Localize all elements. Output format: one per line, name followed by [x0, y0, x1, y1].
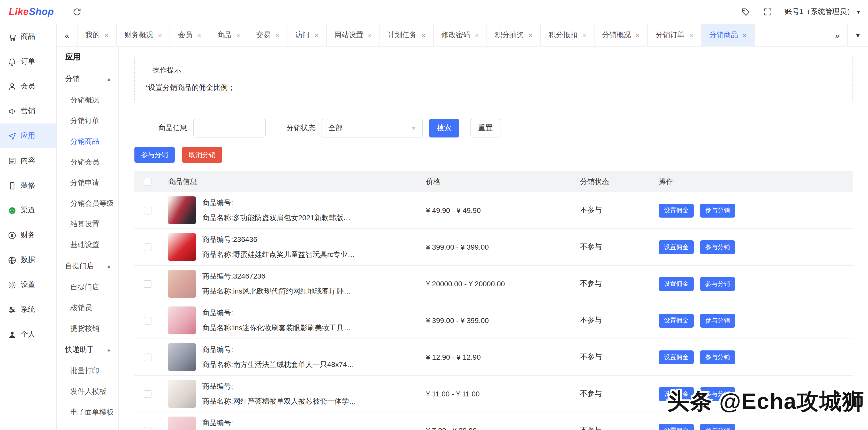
topbar-right: 账号1（系统管理员） ▾: [741, 7, 868, 17]
fullscreen-icon[interactable]: [763, 7, 772, 17]
set-commission-button[interactable]: 设置佣金: [659, 313, 694, 328]
tab-trade[interactable]: 交易×: [248, 24, 287, 46]
tab-change-password[interactable]: 修改密码×: [434, 24, 487, 46]
close-icon[interactable]: ×: [529, 32, 532, 38]
close-icon[interactable]: ×: [104, 32, 108, 38]
submenu-item-basic-settings[interactable]: 基础设置: [57, 235, 118, 255]
row-checkbox[interactable]: [144, 316, 152, 324]
cancel-distribution-button[interactable]: 取消分销: [182, 147, 222, 163]
sidebar-item-finance[interactable]: 财务: [0, 223, 56, 248]
tab-cron-tasks[interactable]: 计划任务×: [380, 24, 433, 46]
submenu-item-verifier[interactable]: 核销员: [57, 298, 118, 318]
tab-site-settings[interactable]: 网站设置×: [327, 24, 380, 46]
distribution-status-select[interactable]: 全部 ▼: [321, 119, 423, 137]
set-commission-button[interactable]: 设置佣金: [659, 350, 694, 364]
submenu-item-pickup-verify[interactable]: 提货核销: [57, 318, 118, 339]
submenu-item-member-level[interactable]: 分销会员等级: [57, 193, 118, 214]
submenu-group-express-helper[interactable]: 快递助手 ▲: [57, 339, 118, 361]
join-distribution-row-button[interactable]: 参与分销: [700, 424, 735, 430]
close-icon[interactable]: ×: [743, 32, 746, 38]
sidebar-item-member[interactable]: 会员: [0, 74, 56, 99]
close-icon[interactable]: ×: [158, 32, 162, 38]
set-commission-button[interactable]: 设置佣金: [659, 203, 694, 217]
submenu-item-batch-print[interactable]: 批量打印: [57, 361, 118, 381]
submenu-item-pickup-store[interactable]: 自提门店: [57, 277, 118, 298]
join-distribution-row-button[interactable]: 参与分销: [700, 203, 735, 217]
tabs-scroll-left-icon[interactable]: «: [57, 24, 78, 46]
join-distribution-row-button[interactable]: 参与分销: [700, 240, 735, 254]
submenu-item-settlement-settings[interactable]: 结算设置: [57, 214, 118, 235]
tab-distribution-orders[interactable]: 分销订单×: [648, 24, 701, 46]
submenu-item-distribution-orders[interactable]: 分销订单: [57, 111, 118, 131]
submenu-item-distribution-apply[interactable]: 分销申请: [57, 173, 118, 193]
sidebar-item-marketing[interactable]: 营销: [0, 99, 56, 124]
header-operation: 操作: [650, 177, 853, 186]
cart-icon: [8, 32, 17, 41]
row-checkbox[interactable]: [144, 427, 152, 430]
join-distribution-row-button[interactable]: 参与分销: [700, 313, 735, 328]
tab-goods[interactable]: 商品×: [209, 24, 248, 46]
logo-shop: Shop: [29, 6, 54, 17]
set-commission-button[interactable]: 设置佣金: [659, 240, 694, 254]
tab-distribution-overview[interactable]: 分销概况×: [594, 24, 648, 46]
submenu-item-esheet-template[interactable]: 电子面单模板: [57, 402, 118, 423]
tab-distribution-goods[interactable]: 分销商品×: [701, 24, 755, 46]
close-icon[interactable]: ×: [475, 32, 479, 38]
submenu-item-distribution-members[interactable]: 分销会员: [57, 152, 118, 173]
tab-points-lottery[interactable]: 积分抽奖×: [487, 24, 541, 46]
sidebar-item-channel[interactable]: 渠道: [0, 198, 56, 223]
tab-finance-overview[interactable]: 财务概况×: [117, 24, 170, 46]
row-checkbox[interactable]: [144, 243, 152, 251]
set-commission-button[interactable]: 设置佣金: [659, 424, 694, 430]
tab-my[interactable]: 我的×: [78, 24, 117, 46]
select-all-checkbox[interactable]: [144, 178, 152, 186]
submenu-item-distribution-goods[interactable]: 分销商品: [57, 131, 118, 152]
submenu-group-distribution[interactable]: 分销 ▲: [57, 68, 118, 90]
product-thumbnail: [168, 417, 196, 430]
tab-points-deduct[interactable]: 积分抵扣×: [541, 24, 594, 46]
close-icon[interactable]: ×: [236, 32, 240, 38]
sidebar-item-settings[interactable]: 设置: [0, 272, 56, 297]
tabs-scroll-right-icon[interactable]: »: [827, 24, 847, 46]
row-checkbox[interactable]: [144, 390, 152, 398]
sidebar-item-data[interactable]: 数据: [0, 248, 56, 272]
sidebar-item-orders[interactable]: 订单: [0, 49, 56, 74]
goods-info-input[interactable]: [193, 119, 266, 137]
header-price: 价格: [421, 177, 576, 186]
watermark-text: 头条 @Echa攻城狮: [667, 387, 865, 417]
set-commission-button[interactable]: 设置佣金: [659, 277, 694, 291]
search-button[interactable]: 搜索: [429, 119, 459, 137]
submenu-item-distribution-overview[interactable]: 分销概况: [57, 90, 118, 111]
refresh-icon[interactable]: [72, 7, 82, 17]
reset-button[interactable]: 重置: [470, 119, 500, 137]
tag-icon[interactable]: [741, 7, 751, 17]
table-row: 商品编号: 商品名称:多功能防盗双肩包女2021新款韩版… ¥ 49.90 - …: [134, 192, 853, 229]
row-checkbox[interactable]: [144, 207, 152, 214]
join-distribution-row-button[interactable]: 参与分销: [700, 277, 735, 291]
sidebar-item-decoration[interactable]: 装修: [0, 173, 56, 198]
close-icon[interactable]: ×: [636, 32, 640, 38]
sidebar-item-content[interactable]: 内容: [0, 148, 56, 173]
close-icon[interactable]: ×: [197, 32, 201, 38]
close-icon[interactable]: ×: [275, 32, 279, 38]
sidebar-item-apps[interactable]: 应用: [0, 124, 56, 148]
sidebar-item-system[interactable]: 系统: [0, 297, 56, 322]
tab-member[interactable]: 会员×: [170, 24, 209, 46]
close-icon[interactable]: ×: [314, 32, 318, 38]
join-distribution-button[interactable]: 参与分销: [134, 147, 175, 163]
submenu-item-sender-template[interactable]: 发件人模板: [57, 381, 118, 402]
join-distribution-row-button[interactable]: 参与分销: [700, 350, 735, 364]
close-icon[interactable]: ×: [689, 32, 693, 38]
close-icon[interactable]: ×: [421, 32, 425, 38]
close-icon[interactable]: ×: [582, 32, 586, 38]
product-code: 商品编号:: [202, 309, 351, 317]
row-checkbox[interactable]: [144, 280, 152, 287]
submenu-group-pickup-store[interactable]: 自提门店 ▲: [57, 255, 118, 277]
row-checkbox[interactable]: [144, 353, 152, 361]
close-icon[interactable]: ×: [368, 32, 372, 38]
tabs-dropdown-icon[interactable]: ▾: [847, 24, 868, 46]
sidebar-item-personal[interactable]: 个人: [0, 322, 56, 347]
account-dropdown[interactable]: 账号1（系统管理员） ▾: [785, 7, 860, 17]
sidebar-item-goods[interactable]: 商品: [0, 24, 56, 49]
tab-visit[interactable]: 访问×: [287, 24, 327, 46]
